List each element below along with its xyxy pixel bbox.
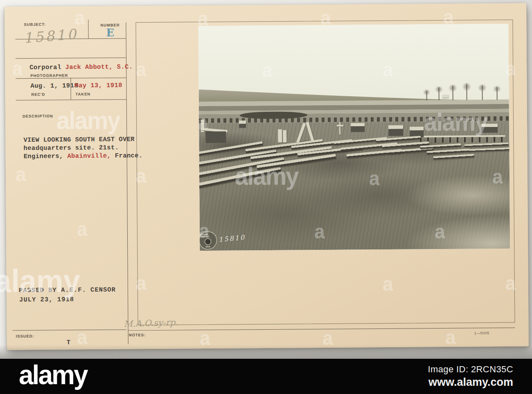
tree-canopy	[423, 89, 431, 95]
stamp-text-top: SIGNAL CORPS	[199, 233, 216, 238]
alamy-url-text: www.alamy.com	[428, 376, 513, 389]
rule-above-name	[16, 57, 126, 59]
description-line-3a: Engineers,	[24, 152, 68, 160]
received-date: Aug. 1, 1918	[30, 82, 78, 90]
upright-panel	[283, 130, 286, 143]
crate-side	[351, 126, 365, 132]
tree-canopy	[462, 82, 471, 91]
footer-info: Image ID: 2RCN35C www.alamy.com	[428, 364, 513, 389]
photographer-label: PHOTOGRAPHER	[30, 73, 68, 78]
stamp-emblem-icon	[205, 238, 211, 245]
photograph: SIGNAL CORPS USA 15810	[198, 24, 510, 251]
description-line-3b: France.	[111, 152, 143, 160]
tree-canopy	[493, 85, 501, 93]
notes-handwritten: M.A.O.sy-rp.	[124, 317, 178, 329]
crate-top	[351, 123, 365, 126]
scanned-photo-card-page: SUBJECT: 15810 NUMBER E Corporal Jack Ab…	[0, 0, 532, 394]
rule-under-dates	[16, 99, 126, 100]
rule-above-notes	[128, 328, 515, 331]
issued-label: ISSUED:	[16, 334, 34, 338]
tree-canopy	[478, 84, 487, 92]
signal-corps-stamp: SIGNAL CORPS USA	[199, 231, 217, 249]
sign-board	[337, 125, 343, 127]
hut-roof	[239, 120, 246, 124]
photographer-name-red: Jack Abbott, S.C.	[65, 63, 133, 71]
number-value-stamp: E	[106, 27, 114, 39]
photo-timber-trestle	[420, 135, 505, 143]
shed-body	[205, 131, 226, 143]
censor-line-2: JULY 23, 1918	[19, 295, 74, 304]
crate-side	[481, 127, 498, 133]
alamy-footer-bar: alamy Image ID: 2RCN35C www.alamy.com	[0, 359, 532, 394]
tree-canopy	[448, 84, 457, 92]
rule-above-issued	[13, 329, 126, 331]
subject-label: SUBJECT:	[24, 22, 46, 27]
subject-number-handwritten: 15810	[23, 26, 79, 46]
stamp-text-bottom: USA	[205, 245, 210, 248]
crate-top	[410, 127, 424, 130]
tree-canopy	[435, 86, 443, 93]
rule-subject-number-divider	[88, 20, 88, 38]
sign-post	[339, 122, 340, 135]
photo-distant-buildings	[443, 95, 449, 98]
alamy-logo: alamy	[19, 359, 87, 391]
description-line-3: Engineers, Abainville, France.	[24, 152, 143, 161]
taken-date: May 13, 1918	[74, 81, 122, 90]
description-line-3-red: Abainville,	[67, 152, 111, 160]
description-label: DESCRIPTION	[23, 114, 53, 119]
crate-top	[481, 124, 498, 127]
received-label: REC'D	[32, 92, 45, 97]
image-id-text: Image ID: 2RCN35C	[428, 364, 513, 375]
photo-card: SUBJECT: 15810 NUMBER E Corporal Jack Ab…	[5, 3, 529, 350]
photographer-rank: Corporal	[29, 63, 65, 71]
description-line-2: headquarters site. 21st.	[23, 144, 119, 153]
photographer-name: Corporal Jack Abbott, S.C.	[29, 63, 133, 72]
description-line-1: VIEW LOOKING SOUTH EAST OVER	[23, 135, 135, 144]
form-number: 1—5005	[474, 331, 489, 335]
taken-label: TAKEN	[76, 92, 91, 96]
upright-panel	[278, 129, 282, 143]
notes-label: NOTES:	[129, 333, 146, 337]
crate-side	[388, 129, 403, 136]
censor-line-1: PASSED BY A.E.F. CENSOR	[19, 286, 116, 295]
crate-top	[388, 125, 403, 129]
hut-front	[239, 124, 246, 128]
scan-surface-shadow	[0, 345, 532, 359]
